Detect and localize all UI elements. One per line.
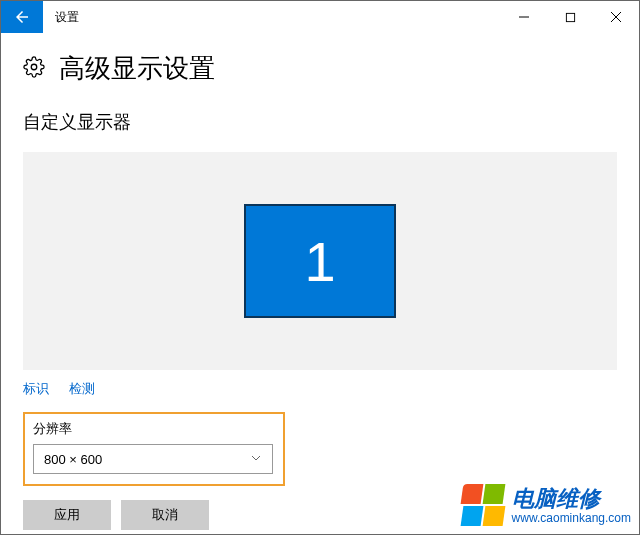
- apply-button[interactable]: 应用: [23, 500, 111, 530]
- svg-rect-1: [566, 13, 574, 21]
- resolution-highlight: 分辨率 800 × 600: [23, 412, 285, 486]
- section-title: 自定义显示器: [23, 110, 617, 134]
- close-button[interactable]: [593, 1, 639, 33]
- content-area: 高级显示设置 自定义显示器 1 标识 检测 分辨率 800 × 600 应用 取…: [1, 33, 639, 530]
- window-title: 设置: [55, 9, 79, 26]
- minimize-icon: [518, 11, 530, 23]
- monitor-number: 1: [304, 229, 335, 294]
- resolution-value: 800 × 600: [44, 452, 102, 467]
- minimize-button[interactable]: [501, 1, 547, 33]
- page-header: 高级显示设置: [23, 51, 617, 86]
- resolution-select[interactable]: 800 × 600: [33, 444, 273, 474]
- back-button[interactable]: [1, 1, 43, 33]
- action-buttons: 应用 取消: [23, 500, 617, 530]
- arrow-left-icon: [13, 8, 31, 26]
- page-title: 高级显示设置: [59, 51, 215, 86]
- display-links: 标识 检测: [23, 380, 617, 398]
- cancel-button[interactable]: 取消: [121, 500, 209, 530]
- maximize-icon: [565, 12, 576, 23]
- title-bar: 设置: [1, 1, 639, 33]
- gear-icon: [23, 56, 45, 82]
- maximize-button[interactable]: [547, 1, 593, 33]
- display-arrangement-area[interactable]: 1: [23, 152, 617, 370]
- close-icon: [610, 11, 622, 23]
- resolution-label: 分辨率: [33, 420, 275, 438]
- monitor-1[interactable]: 1: [244, 204, 396, 318]
- chevron-down-icon: [250, 452, 262, 467]
- svg-point-4: [31, 64, 37, 70]
- window-controls: [501, 1, 639, 33]
- detect-link[interactable]: 检测: [69, 380, 95, 398]
- identify-link[interactable]: 标识: [23, 380, 49, 398]
